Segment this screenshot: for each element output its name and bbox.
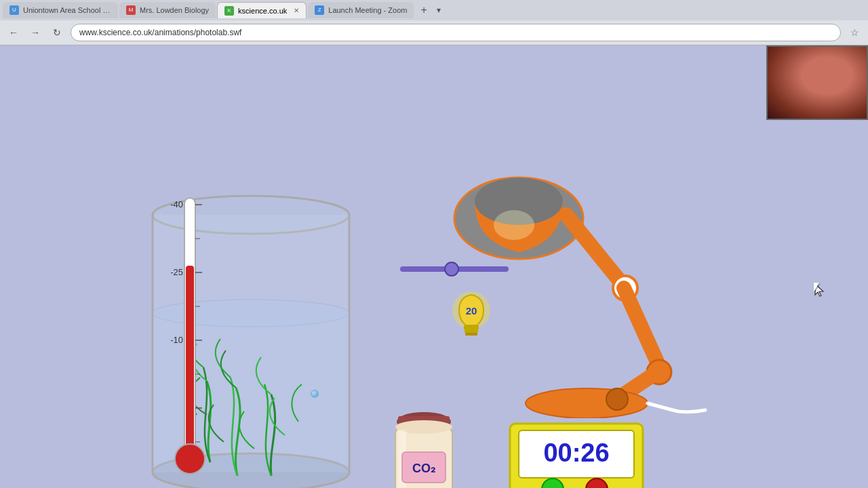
svg-point-29	[606, 388, 628, 410]
bulb-indicator[interactable]: 20	[444, 286, 498, 340]
svg-rect-32	[464, 325, 479, 329]
oxygen-bubble	[311, 390, 319, 398]
svg-text:20: 20	[466, 305, 477, 317]
mouse-cursor	[814, 283, 822, 296]
tab-2-label: Mrs. Lowden Biology	[140, 6, 209, 14]
tab-3-close[interactable]: ✕	[294, 7, 299, 14]
brightness-slider-container	[400, 252, 522, 286]
thermometer[interactable]: -40 -25 -10	[171, 191, 208, 488]
svg-text:-25: -25	[171, 267, 183, 277]
new-tab-button[interactable]: +	[415, 4, 432, 16]
simulation-area: -40 -25 -10	[0, 45, 868, 488]
tab-bar: U Uniontown Area School Dis M Mrs. Lowde…	[0, 0, 868, 20]
svg-rect-34	[465, 333, 477, 336]
svg-text:CO₂: CO₂	[412, 462, 435, 475]
tab-3-label: kscience.co.uk	[238, 7, 287, 15]
timer-box[interactable]: 00:26	[509, 418, 631, 488]
svg-text:00:26: 00:26	[543, 439, 609, 467]
tab-4-label: Launch Meeting - Zoom	[328, 6, 407, 14]
svg-text:-40: -40	[171, 199, 183, 209]
svg-text:-10: -10	[171, 335, 183, 345]
svg-rect-8	[186, 266, 194, 449]
slider-thumb[interactable]	[444, 262, 459, 277]
beaker[interactable]	[136, 178, 366, 488]
tab-1-label: Uniontown Area School Dis	[23, 6, 111, 14]
tab-list-button[interactable]: ▾	[434, 5, 443, 15]
svg-line-25	[624, 288, 661, 371]
svg-point-9	[175, 444, 205, 474]
bookmark-button[interactable]: ☆	[846, 24, 863, 41]
svg-line-23	[566, 215, 624, 286]
svg-point-30	[494, 210, 534, 240]
forward-button[interactable]: →	[27, 24, 43, 41]
back-button[interactable]: ←	[5, 24, 22, 41]
svg-rect-33	[465, 329, 478, 333]
browser-chrome: U Uniontown Area School Dis M Mrs. Lowde…	[0, 0, 868, 45]
tab-1[interactable]: U Uniontown Area School Dis	[3, 2, 118, 18]
refresh-button[interactable]: ↻	[49, 24, 65, 41]
address-bar: ← → ↻ ☆	[0, 20, 868, 45]
svg-point-28	[526, 388, 648, 418]
slider-track[interactable]	[400, 266, 509, 272]
webcam-video	[768, 47, 867, 119]
webcam-overlay	[766, 45, 868, 120]
tab-3[interactable]: K kscience.co.uk ✕	[217, 2, 307, 18]
co2-jar[interactable]: CO₂	[383, 401, 465, 488]
tab-4[interactable]: Z Launch Meeting - Zoom	[308, 2, 414, 18]
tab-2[interactable]: M Mrs. Lowden Biology	[119, 2, 216, 18]
address-input[interactable]	[71, 24, 841, 41]
